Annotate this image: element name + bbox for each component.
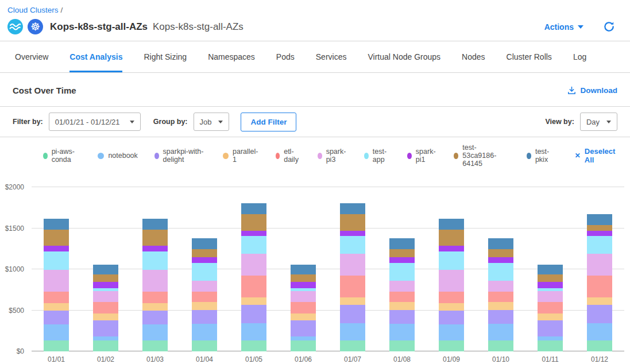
bar-segment-parallel-1[interactable] xyxy=(340,297,365,305)
download-button[interactable]: Download xyxy=(567,86,618,95)
bar-segment-sparkpi-with-delight[interactable] xyxy=(291,320,316,336)
tab-log[interactable]: Log xyxy=(573,41,586,72)
bar-segment-test-pkix[interactable] xyxy=(291,265,316,274)
bar-segment-spark-pi3[interactable] xyxy=(488,281,513,292)
bar-segment-sparkpi-with-delight[interactable] xyxy=(192,310,217,324)
bar-segment-notebook[interactable] xyxy=(439,324,464,341)
bar-segment-pi-aws-conda[interactable] xyxy=(291,340,316,351)
bar-segment-pi-aws-conda[interactable] xyxy=(93,340,118,351)
bar-segment-spark-pi3[interactable] xyxy=(587,254,612,276)
bar-segment-pi-aws-conda[interactable] xyxy=(389,340,415,351)
bar-segment-test-53ca9186-64145[interactable] xyxy=(587,225,612,231)
bar-segment-test-pkix[interactable] xyxy=(44,219,69,230)
bar-segment-spark-pi3[interactable] xyxy=(44,270,69,292)
bar-segment-test-app[interactable] xyxy=(389,263,415,281)
refresh-icon[interactable] xyxy=(603,21,615,33)
bar-segment-etl-daily[interactable] xyxy=(389,292,415,303)
bar-segment-etl-daily[interactable] xyxy=(439,292,464,303)
bar-segment-test-pkix[interactable] xyxy=(340,203,365,214)
legend-item-sparkpi-with-delight[interactable]: sparkpi-with-delight xyxy=(154,148,206,164)
bar-segment-spark-pi1[interactable] xyxy=(93,282,118,288)
bar-segment-test-pkix[interactable] xyxy=(389,238,415,249)
bar-segment-spark-pi3[interactable] xyxy=(93,291,118,302)
bar-segment-notebook[interactable] xyxy=(291,336,316,341)
bar-segment-notebook[interactable] xyxy=(538,336,563,341)
bar-segment-spark-pi1[interactable] xyxy=(587,231,612,236)
legend-item-test-app[interactable]: test-app xyxy=(364,148,390,164)
bar-segment-spark-pi3[interactable] xyxy=(192,281,217,292)
bar-segment-pi-aws-conda[interactable] xyxy=(587,340,612,351)
bar-segment-pi-aws-conda[interactable] xyxy=(439,340,464,351)
bar-segment-notebook[interactable] xyxy=(142,324,168,341)
bar-segment-etl-daily[interactable] xyxy=(241,276,266,297)
bar-segment-parallel-1[interactable] xyxy=(291,313,316,321)
bar-segment-pi-aws-conda[interactable] xyxy=(44,340,69,351)
bar-segment-pi-aws-conda[interactable] xyxy=(142,340,168,351)
bar-segment-notebook[interactable] xyxy=(340,323,365,340)
bar-segment-etl-daily[interactable] xyxy=(340,276,365,297)
bar-segment-notebook[interactable] xyxy=(93,336,118,341)
legend-item-test-53ca9186-64145[interactable]: test-53ca9186-64145 xyxy=(454,144,510,168)
bar-segment-test-pkix[interactable] xyxy=(142,219,168,230)
bar-segment-test-53ca9186-64145[interactable] xyxy=(142,230,168,246)
legend-item-spark-pi1[interactable]: spark-pi1 xyxy=(407,148,438,164)
legend-item-notebook[interactable]: notebook xyxy=(98,152,137,160)
actions-button[interactable]: Actions xyxy=(544,22,583,32)
bar-segment-test-53ca9186-64145[interactable] xyxy=(291,274,316,282)
bar-segment-spark-pi3[interactable] xyxy=(538,291,563,302)
bar-segment-test-53ca9186-64145[interactable] xyxy=(488,249,513,257)
bar-segment-spark-pi3[interactable] xyxy=(439,270,464,292)
tab-virtual-node-groups[interactable]: Virtual Node Groups xyxy=(368,41,440,72)
bar-segment-notebook[interactable] xyxy=(488,324,513,340)
bar-segment-etl-daily[interactable] xyxy=(142,292,168,303)
legend-item-test-pkix[interactable]: test-pkix xyxy=(527,148,553,164)
bar-segment-spark-pi1[interactable] xyxy=(488,257,513,262)
tab-nodes[interactable]: Nodes xyxy=(462,41,485,72)
bar-segment-sparkpi-with-delight[interactable] xyxy=(93,320,118,336)
bar-segment-etl-daily[interactable] xyxy=(488,292,513,303)
bar-segment-test-53ca9186-64145[interactable] xyxy=(44,230,69,246)
bar-segment-parallel-1[interactable] xyxy=(241,297,266,305)
legend-item-pi-aws-conda[interactable]: pi-aws-conda xyxy=(43,148,81,164)
bar-segment-sparkpi-with-delight[interactable] xyxy=(538,320,563,336)
legend-item-spark-pi3[interactable]: spark-pi3 xyxy=(318,148,348,164)
bar-segment-etl-daily[interactable] xyxy=(587,276,612,297)
bar-segment-test-app[interactable] xyxy=(439,251,464,270)
bar-segment-parallel-1[interactable] xyxy=(44,303,69,311)
bar-segment-etl-daily[interactable] xyxy=(93,302,118,313)
bar-segment-test-pkix[interactable] xyxy=(587,214,612,225)
bar-segment-spark-pi3[interactable] xyxy=(340,254,365,276)
legend-item-etl-daily[interactable]: etl-daily xyxy=(276,148,301,164)
legend-item-parallel-1[interactable]: parallel-1 xyxy=(223,148,258,164)
bar-segment-parallel-1[interactable] xyxy=(488,302,513,310)
bar-segment-sparkpi-with-delight[interactable] xyxy=(241,305,266,323)
bar-segment-test-53ca9186-64145[interactable] xyxy=(389,249,415,257)
bar-segment-spark-pi1[interactable] xyxy=(439,246,464,251)
bar-segment-test-app[interactable] xyxy=(340,236,365,254)
bar-segment-etl-daily[interactable] xyxy=(538,302,563,313)
bar-segment-spark-pi3[interactable] xyxy=(241,254,266,276)
bar-segment-notebook[interactable] xyxy=(44,324,69,341)
bar-segment-notebook[interactable] xyxy=(192,324,217,340)
bar-segment-parallel-1[interactable] xyxy=(538,313,563,321)
bar-segment-parallel-1[interactable] xyxy=(93,313,118,321)
add-filter-button[interactable]: Add Filter xyxy=(241,113,296,131)
bar-segment-test-app[interactable] xyxy=(587,236,612,254)
tab-pods[interactable]: Pods xyxy=(276,41,295,72)
bar-segment-test-app[interactable] xyxy=(142,251,168,270)
bar-segment-etl-daily[interactable] xyxy=(192,292,217,303)
bar-segment-pi-aws-conda[interactable] xyxy=(538,340,563,351)
bar-segment-parallel-1[interactable] xyxy=(192,302,217,310)
tab-services[interactable]: Services xyxy=(316,41,347,72)
bar-segment-test-pkix[interactable] xyxy=(241,203,266,214)
bar-segment-sparkpi-with-delight[interactable] xyxy=(587,305,612,323)
bar-segment-test-pkix[interactable] xyxy=(439,219,464,230)
tab-cluster-rolls[interactable]: Cluster Rolls xyxy=(507,41,552,72)
bar-segment-test-53ca9186-64145[interactable] xyxy=(192,249,217,257)
bar-segment-test-app[interactable] xyxy=(44,251,69,270)
bar-segment-test-pkix[interactable] xyxy=(488,238,513,249)
bar-segment-sparkpi-with-delight[interactable] xyxy=(389,310,415,324)
tab-overview[interactable]: Overview xyxy=(15,41,48,72)
bar-segment-parallel-1[interactable] xyxy=(587,297,612,305)
date-range-select[interactable]: 01/01/21 - 01/12/21 xyxy=(49,113,141,131)
